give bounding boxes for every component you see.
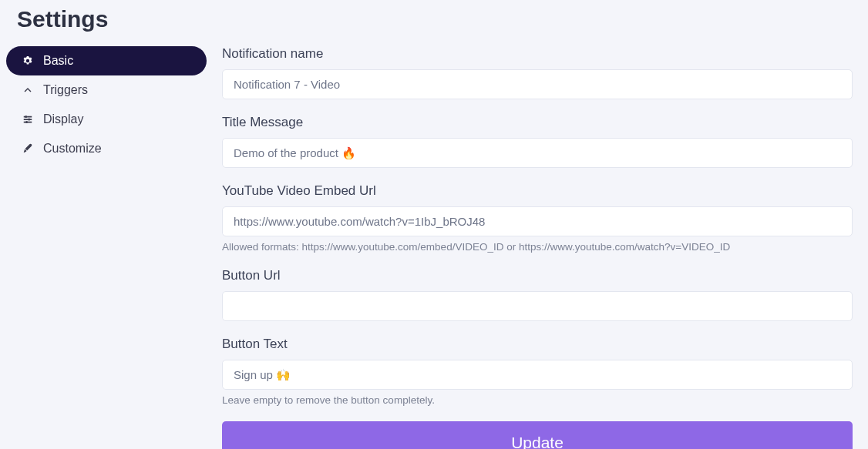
- title-message-label: Title Message: [222, 115, 853, 130]
- sidebar-item-basic[interactable]: Basic: [6, 46, 207, 75]
- notification-name-label: Notification name: [222, 46, 853, 62]
- svg-point-2: [25, 121, 28, 123]
- page-title: Settings: [6, 0, 862, 46]
- button-text-help: Leave empty to remove the button complet…: [222, 394, 853, 406]
- sidebar-item-display[interactable]: Display: [6, 105, 207, 134]
- title-message-input[interactable]: [222, 138, 853, 168]
- sidebar-item-triggers[interactable]: Triggers: [6, 75, 207, 105]
- sidebar-item-customize[interactable]: Customize: [6, 134, 207, 163]
- button-url-input[interactable]: [222, 291, 853, 321]
- settings-form: Notification name Title Message YouTube …: [222, 46, 862, 449]
- youtube-url-help: Allowed formats: https://www.youtube.com…: [222, 241, 853, 253]
- button-url-label: Button Url: [222, 268, 853, 283]
- gear-icon: [22, 55, 34, 67]
- button-text-input[interactable]: [222, 360, 853, 390]
- sidebar-item-label: Triggers: [43, 83, 88, 97]
- youtube-url-input[interactable]: [222, 206, 853, 236]
- update-button[interactable]: Update: [222, 421, 853, 449]
- button-text-label: Button Text: [222, 337, 853, 352]
- youtube-url-label: YouTube Video Embed Url: [222, 183, 853, 199]
- sliders-icon: [22, 113, 34, 126]
- settings-sidebar: Basic Triggers Display Customize: [6, 46, 207, 449]
- sidebar-item-label: Basic: [43, 54, 73, 68]
- svg-point-0: [25, 116, 27, 118]
- svg-point-1: [28, 118, 30, 120]
- sidebar-item-label: Display: [43, 112, 83, 126]
- chevron-up-icon: [22, 84, 34, 96]
- sidebar-item-label: Customize: [43, 142, 102, 156]
- notification-name-input[interactable]: [222, 69, 853, 99]
- brush-icon: [22, 142, 34, 155]
